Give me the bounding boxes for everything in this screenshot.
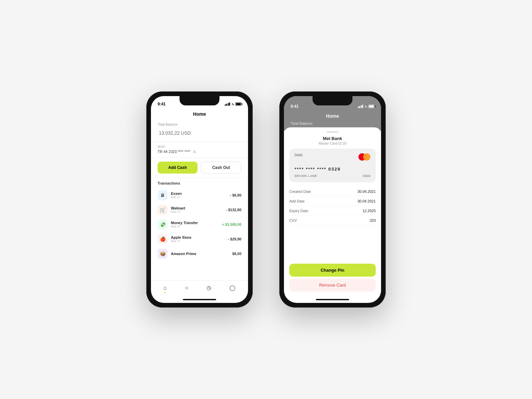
tx-amount: - $29,90 xyxy=(228,237,241,241)
tx-info-transfer: Money Transfer Nov 17 xyxy=(171,221,219,228)
tx-amount: - $132,80 xyxy=(226,208,241,212)
nav-home[interactable]: ⌂ xyxy=(161,284,170,292)
screen-content-1: Home Total Balance 13.032,22USD IBAN TR … xyxy=(151,109,248,280)
sheet-handle xyxy=(327,131,338,133)
notch-1 xyxy=(180,96,219,105)
tx-amount: - $6,80 xyxy=(230,193,241,197)
card-total-label: Total Balance xyxy=(291,121,374,125)
detail-value: 30.04.2021 xyxy=(357,199,376,203)
wifi-icon: ∿ xyxy=(231,102,234,106)
action-buttons: Add Cash Cash Out xyxy=(151,158,248,178)
card-number: **** **** **** 0329 xyxy=(295,167,370,172)
bank-name: Met Bank xyxy=(289,136,376,141)
card-type: Master Card 03 29 xyxy=(289,142,376,145)
home-icon: ⌂ xyxy=(164,285,167,291)
detail-row-created: Created Date 30.04.2021 xyxy=(289,187,376,197)
tx-icon-transfer: 💸 xyxy=(158,219,168,229)
balance-label: Total Balance xyxy=(158,123,241,126)
balance-amount: 13.032,22USD xyxy=(158,127,241,137)
add-cash-button[interactable]: Add Cash xyxy=(158,162,198,174)
detail-label: Created Date xyxy=(289,190,311,194)
list-item[interactable]: 🖥 Exxen Nov 17 - $6,80 xyxy=(158,188,241,202)
home-indicator-2 xyxy=(316,299,349,300)
tx-name: Walmart xyxy=(171,206,223,210)
tx-info-apple: Apple Store Nov 17 xyxy=(171,235,225,243)
status-time-2: 9:41 xyxy=(291,104,299,109)
search-icon: ○ xyxy=(185,285,188,291)
tx-date: Nov 17 xyxy=(171,225,219,228)
bottom-sheet: Met Bank Master Card 03 29 Debit **** **… xyxy=(284,127,381,297)
balance-value: 13.032,22 xyxy=(159,130,180,136)
tx-date: Nov 17 xyxy=(171,239,225,243)
balance-currency: USD xyxy=(181,130,191,136)
tx-icon-exxen: 🖥 xyxy=(158,190,168,200)
phone-2: 9:41 ∿ Home Total Balance xyxy=(279,91,386,308)
card-visual-top: Debit xyxy=(295,153,370,161)
card-expiry: 03/24 xyxy=(363,174,370,178)
nav-search[interactable]: ○ xyxy=(182,284,191,292)
card-holder: DEVON LANE xyxy=(295,174,317,178)
nav-history[interactable]: ◷ xyxy=(204,283,214,292)
tx-amount: + $1.500,00 xyxy=(222,222,241,226)
home-indicator-1 xyxy=(183,299,216,300)
nav-profile[interactable]: ◯ xyxy=(227,283,238,292)
debit-label: Debit xyxy=(295,153,302,157)
battery-fill-2 xyxy=(369,105,374,107)
nav-active-dot xyxy=(164,292,166,293)
transactions-title: Transactions xyxy=(158,181,241,185)
home-page-title: Home xyxy=(151,109,248,120)
phone-2-screen: 9:41 ∿ Home Total Balance xyxy=(284,96,381,303)
mastercard-logo xyxy=(358,153,370,161)
signal-icon-2 xyxy=(358,105,363,108)
signal-icon xyxy=(225,102,230,106)
tx-name: Exxen xyxy=(171,192,227,196)
iban-value: TR 44 2323 **** **** ⧉ xyxy=(158,149,241,154)
iban-section: IBAN TR 44 2323 **** **** ⧉ xyxy=(151,142,248,158)
tx-icon-apple: 🍎 xyxy=(158,234,168,244)
iban-label: IBAN xyxy=(158,145,241,148)
status-icons-2: ∿ xyxy=(358,105,375,108)
list-item[interactable]: 📦 Amazon Prime $8,00 xyxy=(158,246,241,261)
list-item[interactable]: 🛒 Walmart Nov 17 - $132,80 xyxy=(158,202,241,217)
mc-orange-circle xyxy=(363,153,370,161)
transactions-section: Transactions 🖥 Exxen Nov 17 - $6,80 🛒 Wa… xyxy=(151,178,248,280)
detail-row-add: Add Date 30.04.2021 xyxy=(289,197,376,206)
balance-section: Total Balance 13.032,22USD xyxy=(151,120,248,142)
battery-icon xyxy=(235,102,241,106)
battery-fill xyxy=(236,103,241,105)
list-item[interactable]: 💸 Money Transfer Nov 17 + $1.500,00 xyxy=(158,217,241,232)
tx-icon-walmart: 🛒 xyxy=(158,205,168,215)
phone-1: 9:41 ∿ Home Total Balance 13.032,22USD xyxy=(146,91,253,308)
person-icon: ◯ xyxy=(229,285,235,291)
detail-row-expiry: Expiry Date 12.2025 xyxy=(289,206,376,216)
status-time-1: 9:41 xyxy=(158,102,166,106)
tx-name: Amazon Prime xyxy=(171,252,229,256)
tx-date: Nov 17 xyxy=(171,196,227,199)
detail-label: Expiry Date xyxy=(289,209,308,213)
tx-date: Nov 17 xyxy=(171,210,223,213)
clock-icon: ◷ xyxy=(206,285,211,291)
detail-value: 30.04.2021 xyxy=(357,190,376,194)
status-icons-1: ∿ xyxy=(225,102,242,106)
card-visual: Debit **** **** **** 0329 DEVON LANE 03/… xyxy=(289,149,376,182)
wifi-icon-2: ∿ xyxy=(364,105,367,108)
list-item[interactable]: 🍎 Apple Store Nov 17 - $29,90 xyxy=(158,232,241,246)
copy-icon[interactable]: ⧉ xyxy=(192,149,197,154)
detail-label: Add Date xyxy=(289,199,305,203)
cash-out-button[interactable]: Cash Out xyxy=(201,162,241,174)
battery-icon-2 xyxy=(368,105,374,108)
bottom-nav: ⌂ ○ ◷ ◯ xyxy=(151,280,248,297)
notch-2 xyxy=(313,96,352,105)
tx-info-exxen: Exxen Nov 17 xyxy=(171,192,227,199)
tx-info-walmart: Walmart Nov 17 xyxy=(171,206,223,213)
detail-row-cvv: CVV 333 xyxy=(289,216,376,225)
tx-name: Apple Store xyxy=(171,235,225,239)
detail-label: CVV xyxy=(289,218,297,222)
remove-card-button[interactable]: Remove Card xyxy=(289,279,376,292)
change-pin-button[interactable]: Change Pin xyxy=(289,264,376,277)
detail-value: 333 xyxy=(370,218,376,222)
card-page-title: Home xyxy=(291,112,374,121)
tx-name: Money Transfer xyxy=(171,221,219,225)
card-footer: DEVON LANE 03/24 xyxy=(295,174,370,178)
tx-info-amazon: Amazon Prime xyxy=(171,252,229,256)
